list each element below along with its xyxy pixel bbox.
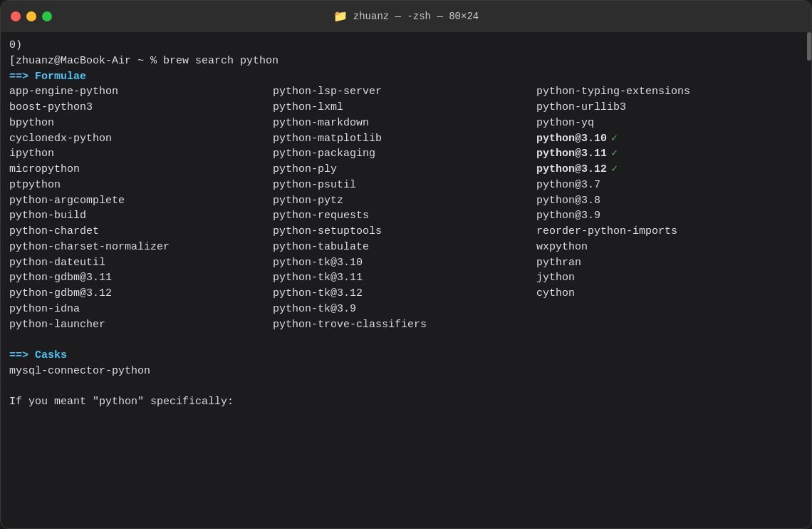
list-item: cyclonedx-python — [9, 131, 273, 147]
list-item: python@3.12✓ — [536, 162, 803, 178]
list-item: bpython — [9, 115, 273, 131]
list-item: python-chardet — [9, 224, 273, 240]
casks-label: Casks — [35, 348, 67, 364]
title-bar-text: 📁 zhuanz — -zsh — 80×24 — [333, 9, 479, 24]
list-item: cython — [536, 286, 803, 302]
list-item: python-ply — [273, 162, 536, 178]
list-item: python-lxml — [273, 100, 536, 115]
formulae-header: ==> Formulae — [9, 69, 803, 85]
list-item: python-gdbm@3.12 — [9, 286, 273, 302]
terminal-window: 📁 zhuanz — -zsh — 80×24 0) [zhuanz@MacBo… — [0, 0, 812, 529]
casks-header: ==> Casks — [9, 348, 803, 364]
list-item: python-trove-classifiers — [273, 317, 536, 333]
list-item: app-engine-python — [9, 84, 273, 100]
title-bar: 📁 zhuanz — -zsh — 80×24 — [1, 1, 811, 32]
list-item: python@3.10✓ — [536, 131, 803, 147]
list-item: python-requests — [273, 208, 536, 224]
list-item: python-charset-normalizer — [9, 240, 273, 255]
list-item: python@3.7 — [536, 178, 803, 193]
list-item: python-typing-extensions — [536, 84, 803, 100]
minimize-button[interactable] — [26, 11, 36, 21]
list-item: python-tk@3.9 — [273, 302, 536, 317]
column-2: python-lsp-server python-lxml python-mar… — [273, 84, 536, 332]
cask-item: mysql-connector-python — [9, 364, 803, 379]
list-item: python@3.8 — [536, 193, 803, 209]
list-item: python@3.9 — [536, 208, 803, 224]
prompt-text: [zhuanz@MacBook-Air ~ % — [9, 53, 163, 69]
formulae-label: Formulae — [35, 69, 86, 85]
list-item: python-packaging — [273, 146, 536, 162]
list-item: python@3.11✓ — [536, 146, 803, 162]
arrow-casks: ==> — [9, 348, 35, 364]
list-item: reorder-python-imports — [536, 224, 803, 240]
list-item: python-tabulate — [273, 240, 536, 255]
list-item: python-dateutil — [9, 255, 273, 271]
traffic-lights — [11, 11, 52, 21]
list-item: python-launcher — [9, 317, 273, 333]
list-item: python-argcomplete — [9, 193, 273, 209]
empty-line-2 — [9, 379, 803, 395]
list-item: python-markdown — [273, 115, 536, 131]
footer-text: If you meant "python" specifically: — [9, 394, 803, 410]
column-1: app-engine-python boost-python3 bpython … — [9, 84, 273, 332]
list-item: python-pytz — [273, 193, 536, 209]
list-item: ptpython — [9, 178, 273, 193]
folder-icon: 📁 — [333, 9, 348, 24]
empty-line — [9, 332, 803, 348]
list-item: jython — [536, 270, 803, 286]
terminal-prompt-line: [zhuanz@MacBook-Air ~ % brew search pyth… — [9, 53, 803, 69]
arrow-formulae: ==> — [9, 69, 35, 85]
list-item: python-yq — [536, 115, 803, 131]
list-item: python-lsp-server — [273, 84, 536, 100]
list-item: pythran — [536, 255, 803, 271]
list-item: boost-python3 — [9, 100, 273, 115]
list-item: ipython — [9, 146, 273, 162]
list-item: python-tk@3.11 — [273, 270, 536, 286]
window-title: zhuanz — -zsh — 80×24 — [353, 11, 479, 22]
list-item: python-setuptools — [273, 224, 536, 240]
command-text: brew search python — [163, 53, 279, 69]
list-item: micropython — [9, 162, 273, 178]
terminal-line-0: 0) — [9, 38, 803, 53]
close-button[interactable] — [11, 11, 21, 21]
maximize-button[interactable] — [42, 11, 52, 21]
list-item: python-build — [9, 208, 273, 224]
list-item: python-psutil — [273, 178, 536, 193]
list-item: python-matplotlib — [273, 131, 536, 147]
list-item: python-idna — [9, 302, 273, 317]
list-item: python-gdbm@3.11 — [9, 270, 273, 286]
list-item: wxpython — [536, 240, 803, 255]
package-columns: app-engine-python boost-python3 bpython … — [9, 84, 803, 332]
scrollbar[interactable] — [807, 32, 811, 61]
terminal-body[interactable]: 0) [zhuanz@MacBook-Air ~ % brew search p… — [1, 32, 811, 528]
list-item: python-tk@3.12 — [273, 286, 536, 302]
column-3: python-typing-extensions python-urllib3 … — [536, 84, 803, 332]
list-item: python-urllib3 — [536, 100, 803, 115]
list-item: python-tk@3.10 — [273, 255, 536, 271]
